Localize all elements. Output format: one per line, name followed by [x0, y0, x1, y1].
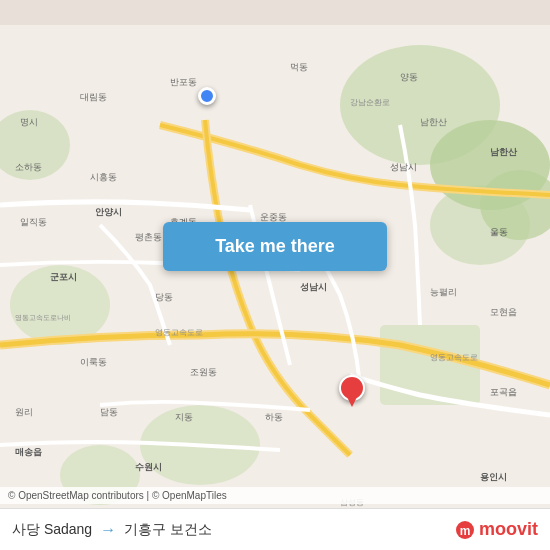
moovit-logo-icon: m — [455, 520, 475, 540]
svg-text:먹동: 먹동 — [290, 62, 308, 72]
svg-text:시흥동: 시흥동 — [90, 172, 117, 182]
svg-text:강남순환로: 강남순환로 — [350, 98, 390, 107]
copyright-text: © OpenStreetMap contributors | © OpenMap… — [8, 490, 227, 501]
svg-text:매송읍: 매송읍 — [15, 447, 42, 457]
svg-text:영동고속도로: 영동고속도로 — [155, 328, 203, 337]
svg-text:하동: 하동 — [265, 412, 283, 422]
svg-text:이룩동: 이룩동 — [80, 357, 107, 367]
map-background: 명시 대림동 반포동 먹동 양동 소하동 시흥동 남한산 남한산 성남시 강남순… — [0, 0, 550, 550]
take-me-there-button[interactable]: Take me there — [163, 222, 387, 271]
bottom-bar: 사당 Sadang → 기흥구 보건소 m moovit — [0, 508, 550, 550]
svg-text:능펼리: 능펼리 — [430, 287, 457, 297]
svg-text:조원동: 조원동 — [190, 367, 217, 377]
svg-text:m: m — [460, 524, 471, 538]
svg-text:울동: 울동 — [490, 227, 508, 237]
svg-text:담동: 담동 — [100, 407, 118, 417]
svg-text:남한산: 남한산 — [490, 147, 518, 157]
svg-text:운중동: 운중동 — [260, 212, 287, 222]
svg-text:남한산: 남한산 — [420, 117, 447, 127]
svg-text:원리: 원리 — [15, 407, 33, 417]
origin-marker — [198, 87, 216, 105]
arrow-icon: → — [100, 521, 116, 539]
copyright-bar: © OpenStreetMap contributors | © OpenMap… — [0, 487, 550, 504]
svg-text:명시: 명시 — [20, 117, 38, 127]
map-container: 명시 대림동 반포동 먹동 양동 소하동 시흥동 남한산 남한산 성남시 강남순… — [0, 0, 550, 550]
svg-text:성남시: 성남시 — [390, 162, 417, 172]
svg-text:성남시: 성남시 — [300, 282, 327, 292]
svg-text:영동고속도로: 영동고속도로 — [430, 353, 478, 362]
destination-marker — [340, 375, 364, 407]
origin-label: 사당 Sadang — [12, 521, 92, 539]
svg-text:당동: 당동 — [155, 292, 173, 302]
svg-text:일직동: 일직동 — [20, 217, 47, 227]
svg-text:반포동: 반포동 — [170, 77, 197, 87]
svg-text:수원시: 수원시 — [135, 462, 162, 472]
svg-text:모현읍: 모현읍 — [490, 307, 517, 317]
svg-text:평촌동: 평촌동 — [135, 232, 162, 242]
svg-text:영동고속도로나비: 영동고속도로나비 — [15, 314, 71, 322]
svg-text:양동: 양동 — [400, 72, 418, 82]
moovit-logo-text: moovit — [479, 519, 538, 540]
svg-text:소하동: 소하동 — [15, 162, 42, 172]
svg-text:포곡읍: 포곡읍 — [490, 387, 517, 397]
svg-text:용인시: 용인시 — [480, 472, 507, 482]
svg-text:대림동: 대림동 — [80, 92, 107, 102]
route-info: 사당 Sadang → 기흥구 보건소 — [12, 521, 212, 539]
svg-text:지동: 지동 — [175, 412, 193, 422]
moovit-logo: m moovit — [455, 519, 538, 540]
svg-text:안양시: 안양시 — [95, 207, 122, 217]
destination-label: 기흥구 보건소 — [124, 521, 212, 539]
svg-text:군포시: 군포시 — [50, 272, 77, 282]
